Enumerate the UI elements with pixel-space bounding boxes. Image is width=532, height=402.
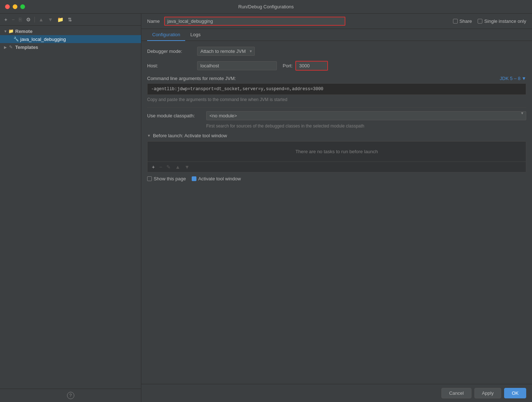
show-page-checkbox-label[interactable]: Show this page (147, 176, 186, 181)
sidebar: + − ⎘ ⚙ ▲ ▼ 📁 ⇅ ▼ 📁 Remote 🔧 java_local_… (0, 14, 141, 402)
activate-window-label: Activate tool window (198, 176, 241, 181)
before-launch-toolbar: + − ✎ ▲ ▼ (147, 162, 526, 172)
sidebar-tree: ▼ 📁 Remote 🔧 java_local_debugging ▶ ✎ Te… (0, 26, 141, 389)
sidebar-remote-label: Remote (15, 29, 33, 34)
name-input[interactable] (164, 17, 345, 26)
module-select[interactable]: <no module> (206, 111, 526, 120)
maximize-button[interactable] (20, 4, 25, 9)
config-panel: Debugger mode: Attach to remote JVM List… (141, 41, 532, 384)
ok-button[interactable]: OK (504, 388, 526, 398)
content-area: Name Share Single instance only Configur… (141, 14, 532, 402)
jdk-dropdown[interactable]: JDK 5 – 8 ▼ (500, 76, 526, 81)
module-row: Use module classpath: <no module> ▼ (147, 111, 526, 120)
single-instance-checkbox-label[interactable]: Single instance only (478, 18, 526, 24)
tab-logs[interactable]: Logs (185, 29, 205, 41)
bottom-checkboxes: Show this page Activate tool window (147, 176, 526, 181)
cmdline-section: Command line arguments for remote JVM: J… (147, 76, 526, 102)
before-launch-section: ▼ Before launch: Activate tool window Th… (147, 133, 526, 172)
wrench-button[interactable]: ⚙ (25, 16, 32, 23)
config-icon: 🔧 (13, 36, 19, 42)
sidebar-item-java-local-debugging[interactable]: 🔧 java_local_debugging (0, 35, 141, 43)
module-hint: First search for sources of the debugged… (206, 123, 526, 129)
minimize-button[interactable] (13, 4, 17, 9)
host-port-row: Host: Port: (147, 61, 526, 71)
port-label: Port: (283, 63, 292, 68)
divider (147, 107, 526, 108)
move-up-button[interactable]: ▲ (37, 16, 45, 23)
host-label: Host: (147, 63, 194, 68)
move-down-button[interactable]: ▼ (46, 16, 54, 23)
debugger-mode-select-wrapper: Attach to remote JVM Listen to remote JV… (197, 47, 255, 56)
bl-add-button[interactable]: + (150, 163, 156, 171)
activate-window-checkbox-label[interactable]: Activate tool window (192, 176, 241, 181)
remote-arrow-icon: ▼ (3, 29, 8, 33)
sidebar-toolbar: + − ⎘ ⚙ ▲ ▼ 📁 ⇅ (0, 14, 141, 26)
single-instance-label: Single instance only (484, 18, 526, 24)
name-label: Name (147, 18, 160, 24)
host-input[interactable] (197, 61, 277, 70)
add-config-button[interactable]: + (3, 16, 9, 23)
sort-button[interactable]: ⇅ (66, 16, 74, 23)
before-launch-empty: There are no tasks to run before launch (147, 142, 526, 162)
cancel-button[interactable]: Cancel (441, 388, 471, 398)
remote-folder-icon: 📁 (8, 28, 14, 34)
before-launch-panel: There are no tasks to run before launch … (147, 141, 526, 172)
before-launch-title: Before launch: Activate tool window (153, 133, 227, 138)
activate-window-checkbox[interactable] (192, 176, 196, 181)
debugger-mode-row: Debugger mode: Attach to remote JVM List… (147, 47, 526, 56)
share-checkbox-label[interactable]: Share (453, 18, 472, 24)
window-title: Run/Debug Configurations (238, 4, 294, 9)
toolbar-separator (34, 17, 35, 22)
single-instance-checkbox[interactable] (478, 19, 482, 24)
cmdline-hint: Copy and paste the arguments to the comm… (147, 97, 526, 102)
bl-down-button[interactable]: ▼ (183, 163, 191, 171)
cmdline-title: Command line arguments for remote JVM: (147, 76, 236, 81)
jdk-arrow-icon: ▼ (521, 76, 526, 81)
copy-config-button[interactable]: ⎘ (17, 16, 23, 23)
before-launch-header[interactable]: ▼ Before launch: Activate tool window (147, 133, 526, 138)
debugger-mode-label: Debugger mode: (147, 49, 194, 54)
content-header: Name Share Single instance only (141, 14, 532, 29)
share-label: Share (460, 18, 472, 24)
header-right: Share Single instance only (453, 18, 526, 24)
debugger-mode-select[interactable]: Attach to remote JVM Listen to remote JV… (197, 47, 255, 56)
cmdline-header: Command line arguments for remote JVM: J… (147, 76, 526, 81)
folder-button[interactable]: 📁 (56, 16, 65, 23)
share-checkbox[interactable] (453, 19, 458, 24)
window-controls (5, 4, 25, 9)
main-layout: + − ⎘ ⚙ ▲ ▼ 📁 ⇅ ▼ 📁 Remote 🔧 java_local_… (0, 14, 532, 402)
sidebar-item-templates[interactable]: ▶ ✎ Templates (0, 43, 141, 51)
help-button[interactable]: ? (67, 392, 74, 399)
templates-arrow-icon: ▶ (3, 45, 8, 49)
bl-edit-button[interactable]: ✎ (165, 163, 172, 171)
sidebar-item-remote[interactable]: ▼ 📁 Remote (0, 27, 141, 35)
sidebar-item-label: java_local_debugging (20, 37, 66, 42)
module-label: Use module classpath: (147, 113, 203, 118)
tab-configuration[interactable]: Configuration (147, 29, 185, 41)
show-page-label: Show this page (154, 176, 186, 181)
show-page-checkbox[interactable] (147, 176, 152, 181)
apply-button[interactable]: Apply (474, 388, 502, 398)
bl-up-button[interactable]: ▲ (174, 163, 182, 171)
close-button[interactable] (5, 4, 10, 9)
bl-remove-button[interactable]: − (158, 163, 163, 171)
jdk-label: JDK 5 – 8 (500, 76, 520, 81)
title-bar: Run/Debug Configurations (0, 0, 532, 14)
sidebar-bottom: ? (0, 389, 141, 402)
footer: Cancel Apply OK (141, 384, 532, 402)
sidebar-templates-label: Templates (15, 45, 38, 50)
port-input[interactable] (295, 61, 328, 71)
module-select-wrapper: <no module> ▼ (206, 111, 526, 120)
tabs-bar: Configuration Logs (141, 29, 532, 41)
remove-config-button[interactable]: − (10, 16, 16, 23)
cmdline-value: -agentlib:jdwp=transport=dt_socket,serve… (147, 83, 526, 95)
collapse-arrow-icon: ▼ (147, 134, 151, 138)
templates-icon: ✎ (8, 44, 14, 50)
